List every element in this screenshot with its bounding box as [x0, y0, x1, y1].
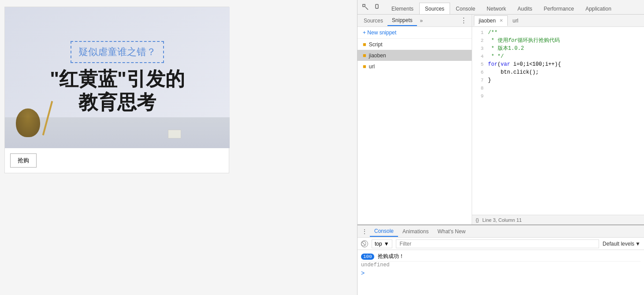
- snippet-item-script[interactable]: ■ Script: [357, 39, 472, 50]
- svg-rect-0: [363, 4, 365, 7]
- product-card: 疑似虐童谁之错？ "红黄蓝"引发的教育思考 抢购: [4, 7, 229, 173]
- console-menu-icon[interactable]: ⋮: [359, 226, 370, 237]
- console-message-text: 抢购成功！: [378, 253, 404, 260]
- devtools-tab-bar: Elements Sources Console Network Audits …: [386, 0, 644, 14]
- tab-sources[interactable]: Sources: [419, 3, 450, 14]
- code-line-1: 1 /**: [472, 29, 644, 37]
- product-footer: 抢购: [5, 148, 229, 173]
- new-snippet-button[interactable]: + New snippet: [357, 27, 472, 39]
- editor-tab-url[interactable]: url: [508, 15, 523, 26]
- editor-tab-jiaoben[interactable]: jiaoben ✕: [474, 15, 508, 26]
- sources-sub-tabs: Sources Snippets » ⋮: [357, 15, 472, 27]
- tab-elements[interactable]: Elements: [386, 3, 419, 14]
- code-line-8: 8: [472, 84, 644, 92]
- devtools-top-bar: Elements Sources Console Network Audits …: [357, 0, 644, 15]
- format-icon[interactable]: {}: [476, 217, 479, 223]
- code-line-2: 2 * 使用for循环执行抢购代码: [472, 37, 644, 45]
- inspect-icon[interactable]: [360, 2, 371, 12]
- console-prompt[interactable]: >: [361, 269, 640, 277]
- snippet-file-icon-3: ■: [363, 63, 366, 70]
- snippet-item-jiaoben[interactable]: ■ jiaoben: [357, 50, 472, 61]
- console-clear-button[interactable]: ⃠: [361, 240, 368, 247]
- snippet-list: ■ Script ■ jiaoben ■ url: [357, 39, 472, 224]
- devtools-action-icons: [357, 0, 386, 14]
- tab-application[interactable]: Application: [580, 3, 617, 14]
- code-editor: jiaoben ✕ url 1 /** 2 * 使用for循环执行抢购代码: [472, 15, 644, 224]
- tab-console[interactable]: Console: [450, 3, 481, 14]
- buy-button[interactable]: 抢购: [10, 153, 37, 168]
- sources-panel: Sources Snippets » ⋮ + New snippet ■ Scr…: [357, 15, 644, 224]
- product-headline: 疑似虐童谁之错？: [71, 41, 164, 63]
- console-tab-whatsnew[interactable]: What's New: [433, 227, 470, 236]
- sub-tab-menu-icon[interactable]: ⋮: [458, 16, 470, 25]
- console-toolbar: ⃠ top ▼ Default levels ▼: [357, 238, 644, 250]
- default-levels[interactable]: Default levels ▼: [603, 241, 640, 247]
- code-line-5: 5 for(var i=0;i<100;i++){: [472, 60, 644, 68]
- code-line-4: 4 * */: [472, 52, 644, 60]
- svg-rect-2: [376, 4, 378, 8]
- snippet-file-icon-2: ■: [363, 52, 366, 59]
- devtools-panel: Elements Sources Console Network Audits …: [357, 0, 644, 295]
- svg-rect-3: [376, 8, 377, 8]
- tab-performance[interactable]: Performance: [538, 3, 580, 14]
- pinecone-decoration: [16, 108, 40, 137]
- product-image: 疑似虐童谁之错？ "红黄蓝"引发的教育思考: [5, 7, 230, 148]
- eraser-decoration: [168, 130, 181, 138]
- tab-network[interactable]: Network: [481, 3, 512, 14]
- editor-tab-close-jiaoben[interactable]: ✕: [499, 18, 503, 23]
- console-message-success: 100 抢购成功！: [361, 252, 640, 261]
- console-tabs: ⋮ Console Animations What's New: [357, 225, 644, 238]
- code-area[interactable]: 1 /** 2 * 使用for循环执行抢购代码 3 * 版本1.0.2 4 * …: [472, 27, 644, 215]
- sources-sub-tab-snippets[interactable]: Snippets: [387, 15, 417, 26]
- code-line-3: 3 * 版本1.0.2: [472, 45, 644, 52]
- tab-audits[interactable]: Audits: [512, 3, 538, 14]
- context-dropdown-icon: ▼: [384, 241, 389, 247]
- snippet-item-url[interactable]: ■ url: [357, 61, 472, 72]
- sources-sub-tab-sources[interactable]: Sources: [359, 16, 387, 26]
- more-tabs-icon[interactable]: »: [417, 16, 426, 25]
- device-icon[interactable]: [372, 2, 383, 12]
- console-context-select[interactable]: top ▼: [372, 239, 392, 248]
- console-badge: 100: [361, 254, 374, 260]
- editor-tabs: jiaoben ✕ url: [472, 15, 644, 27]
- console-undefined: undefined: [361, 261, 640, 269]
- code-line-9: 9: [472, 92, 644, 100]
- console-output: 100 抢购成功！ undefined >: [357, 250, 644, 295]
- editor-status-bar: {} Line 3, Column 11: [472, 215, 644, 224]
- product-main-title: "红黄蓝"引发的教育思考: [50, 67, 185, 114]
- code-line-6: 6 btn.click();: [472, 68, 644, 76]
- console-tab-animations[interactable]: Animations: [398, 227, 433, 236]
- console-tab-console[interactable]: Console: [370, 226, 398, 237]
- sources-sidebar: Sources Snippets » ⋮ + New snippet ■ Scr…: [357, 15, 472, 224]
- console-filter-input[interactable]: [396, 239, 599, 248]
- svg-line-1: [365, 7, 368, 10]
- status-position: Line 3, Column 11: [482, 217, 521, 223]
- levels-dropdown-icon: ▼: [635, 241, 640, 247]
- snippet-file-icon: ■: [363, 41, 366, 48]
- page-area: 疑似虐童谁之错？ "红黄蓝"引发的教育思考 抢购: [0, 0, 357, 295]
- code-line-7: 7 }: [472, 76, 644, 84]
- console-panel: ⋮ Console Animations What's New ⃠ top ▼ …: [357, 224, 644, 295]
